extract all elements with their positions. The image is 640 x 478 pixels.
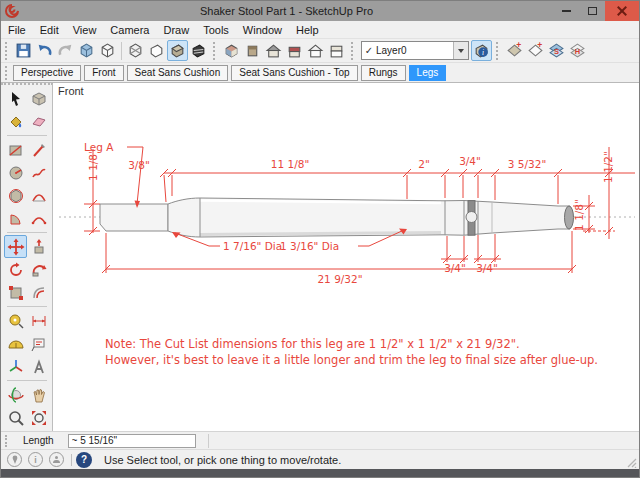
layers-hide-button[interactable]: H — [567, 40, 588, 61]
eraser-tool[interactable] — [27, 110, 50, 133]
section-plane-outline-button[interactable]: + — [525, 40, 546, 61]
dimension-tool[interactable] — [27, 309, 50, 332]
line-tool[interactable] — [27, 138, 50, 161]
3d-text-tool[interactable] — [27, 355, 50, 378]
arc-icon — [30, 187, 48, 205]
title-bar[interactable]: Shaker Stool Part 1 - SketchUp Pro — [1, 1, 639, 21]
toolbar-grip[interactable] — [213, 42, 218, 60]
tab-seat-sans-cushion[interactable]: Seat Sans Cushion — [127, 65, 229, 81]
dim-right-dia: 1 1/8" — [573, 199, 585, 231]
scale-tool[interactable] — [4, 281, 27, 304]
view-iso-button[interactable] — [221, 40, 242, 61]
measurements-grip[interactable] — [5, 435, 10, 447]
dropdown-arrow-icon[interactable] — [453, 42, 468, 59]
dark-box-icon — [190, 42, 207, 59]
paint-bucket-tool[interactable] — [4, 110, 27, 133]
tab-perspective[interactable]: Perspective — [13, 65, 81, 81]
menu-window[interactable]: Window — [236, 22, 289, 38]
resize-grip[interactable] — [627, 458, 637, 468]
menu-tools[interactable]: Tools — [196, 22, 236, 38]
leg-drawing[interactable]: Front — [53, 83, 639, 431]
tab-seat-sans-cushion-top[interactable]: Seat Sans Cushion - Top — [231, 65, 357, 81]
view-front-button[interactable] — [263, 40, 284, 61]
layer-dropdown[interactable]: ✓ Layer0 — [361, 41, 469, 60]
help-button[interactable]: ? — [76, 452, 92, 468]
face-style-hiddenline-button[interactable] — [146, 40, 167, 61]
menu-camera[interactable]: Camera — [103, 22, 156, 38]
protractor-tool[interactable] — [4, 332, 27, 355]
tape-measure-icon — [7, 312, 25, 330]
two-point-arc-icon — [30, 210, 48, 228]
rotate-tool[interactable] — [4, 258, 27, 281]
dim-collar-b1: 3/4" — [444, 262, 466, 274]
menu-view[interactable]: View — [66, 22, 104, 38]
tabs-grip[interactable] — [5, 66, 10, 80]
layer-check-icon: ✓ — [362, 45, 376, 56]
drawing-canvas[interactable]: Front — [53, 83, 639, 431]
window-title: Shaker Stool Part 1 - SketchUp Pro — [20, 5, 553, 17]
toolbar-grip[interactable] — [351, 42, 356, 60]
tab-rungs[interactable]: Rungs — [361, 65, 406, 81]
dia-small-label: 1 3/16" Dia — [280, 240, 339, 252]
entity-info-button[interactable]: i — [471, 40, 492, 61]
view-label: Front — [58, 85, 84, 97]
face-style-shaded-button[interactable] — [167, 40, 188, 61]
redo-button[interactable] — [55, 40, 76, 61]
menu-help[interactable]: Help — [289, 22, 326, 38]
menu-edit[interactable]: Edit — [33, 22, 66, 38]
two-point-arc-tool[interactable] — [27, 207, 50, 230]
section-plane-add-button[interactable]: + — [504, 40, 525, 61]
menu-draw[interactable]: Draw — [156, 22, 196, 38]
freehand-tool[interactable] — [27, 161, 50, 184]
pie-tool[interactable] — [4, 207, 27, 230]
zoom-tool[interactable] — [4, 406, 27, 429]
toolbar: ✓ Layer0 i + + S H — [1, 39, 639, 63]
move-tool[interactable] — [4, 235, 27, 258]
pan-icon — [30, 386, 48, 404]
polygon-tool[interactable] — [4, 184, 27, 207]
tape-measure-tool[interactable] — [4, 309, 27, 332]
axes-tool[interactable] — [4, 355, 27, 378]
menu-file[interactable]: File — [1, 22, 33, 38]
toolbar-grip[interactable] — [5, 42, 10, 60]
undo-button[interactable] — [34, 40, 55, 61]
offset-tool[interactable] — [27, 281, 50, 304]
make-component-tool[interactable] — [27, 87, 50, 110]
view-top-button[interactable] — [242, 40, 263, 61]
face-style-textured-button[interactable] — [188, 40, 209, 61]
arc-tool[interactable] — [27, 184, 50, 207]
polygon-icon — [7, 187, 25, 205]
text-tool[interactable] — [27, 332, 50, 355]
geolocation-button[interactable] — [7, 452, 22, 467]
style-component-button[interactable] — [76, 40, 97, 61]
tab-front[interactable]: Front — [84, 65, 123, 81]
pan-tool[interactable] — [27, 383, 50, 406]
dim-overall: 21 9/32" — [317, 273, 362, 285]
svg-text:S: S — [554, 47, 559, 56]
follow-me-tool[interactable] — [27, 258, 50, 281]
tab-legs[interactable]: Legs — [409, 65, 447, 81]
rectangle-tool[interactable] — [4, 138, 27, 161]
save-button[interactable] — [13, 40, 34, 61]
view-right-button[interactable] — [326, 40, 347, 61]
view-left-button[interactable] — [305, 40, 326, 61]
text-icon — [30, 335, 48, 353]
circle-tool[interactable] — [4, 161, 27, 184]
style-outline-button[interactable] — [97, 40, 118, 61]
select-tool[interactable] — [4, 87, 27, 110]
leg-geometry[interactable] — [100, 198, 574, 237]
zoom-extents-tool[interactable] — [27, 406, 50, 429]
face-style-xray-button[interactable] — [125, 40, 146, 61]
view-back-button[interactable] — [284, 40, 305, 61]
minimize-button[interactable] — [553, 1, 579, 21]
measurement-input[interactable] — [68, 434, 196, 448]
close-button[interactable] — [605, 1, 639, 21]
layer-name: Layer0 — [376, 45, 453, 56]
push-pull-tool[interactable] — [27, 235, 50, 258]
layers-show-button[interactable]: S — [546, 40, 567, 61]
credits-button[interactable]: i — [28, 452, 43, 467]
orbit-tool[interactable] — [4, 383, 27, 406]
maximize-button[interactable] — [579, 1, 605, 21]
sign-in-button[interactable] — [49, 452, 64, 467]
toolbar-grip[interactable] — [496, 42, 501, 60]
